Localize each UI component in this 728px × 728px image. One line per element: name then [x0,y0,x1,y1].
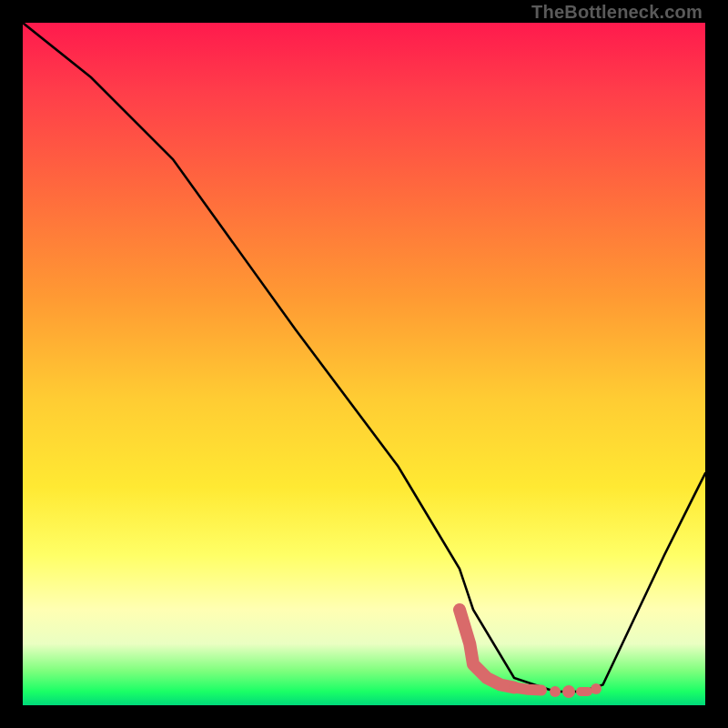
chart-gradient-background [23,23,705,705]
watermark-text: TheBottleneck.com [531,2,703,23]
chart-frame [23,23,705,705]
